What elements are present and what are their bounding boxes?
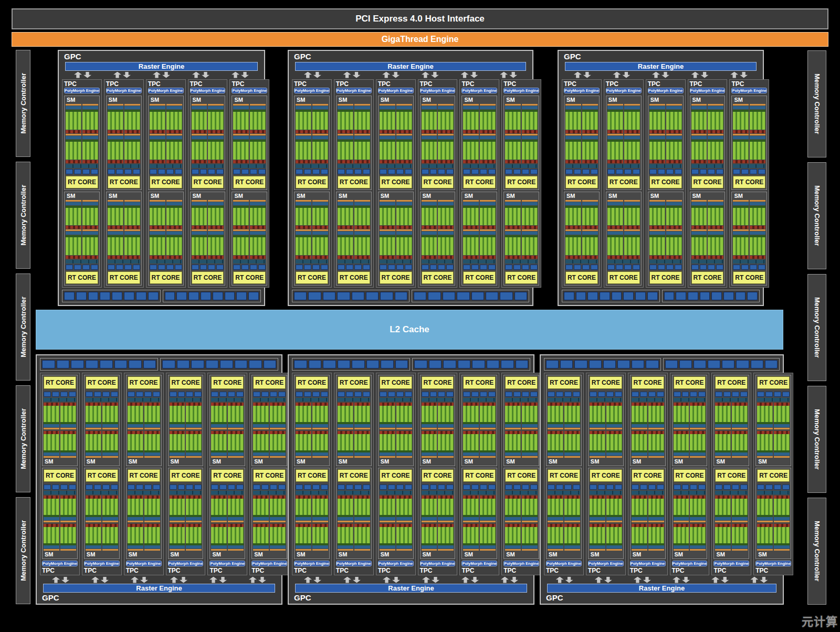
load-store-bar [708, 130, 723, 133]
gpc-top-center: GPCRaster EngineTPCPolyMorph EngineSMRT … [288, 50, 533, 306]
cuda-cores [708, 142, 723, 160]
crossbar-segment [612, 292, 622, 300]
cuda-cores [380, 406, 395, 422]
polymorph-engine-badge: PolyMorph Engine [64, 88, 100, 93]
register-bar [505, 231, 521, 235]
texture-unit-segment [607, 265, 615, 270]
load-store-bar [396, 160, 412, 163]
load-store-bar [312, 130, 328, 133]
cuda-cores [312, 208, 328, 226]
arrow-down-icon [510, 577, 518, 583]
sm-label: SM [632, 458, 664, 465]
sm-label: SM [715, 458, 748, 465]
core-group [354, 523, 370, 551]
cuda-cores [102, 527, 118, 543]
sm-block: SMRT CORE [606, 192, 642, 286]
core-group [463, 430, 479, 458]
arrow-up-icon [422, 72, 429, 78]
cuda-cores [66, 142, 81, 160]
cuda-cores [166, 142, 182, 160]
crossbar-segment [143, 360, 156, 368]
watermark-text: 元计算 [802, 612, 838, 629]
cuda-cores [649, 112, 665, 130]
texture-unit-segment [675, 169, 682, 174]
texture-unit-segment [782, 484, 790, 490]
texture-unit-segment [86, 484, 93, 490]
sm-block: SMRT CORE [503, 468, 539, 559]
l1-cache-bar [108, 260, 140, 264]
core-group [757, 495, 773, 523]
sm-label: SM [548, 551, 580, 558]
cuda-cores [548, 406, 563, 422]
cuda-cores [582, 112, 598, 130]
texture-units-bar [757, 484, 790, 490]
texture-unit-segment [44, 484, 51, 490]
crossbar-segment [42, 360, 55, 368]
l1-cache-bar [733, 164, 765, 168]
polymorph-engine-badge: PolyMorph Engine [461, 88, 497, 93]
crossbar-segment [112, 292, 122, 300]
register-bar [691, 202, 707, 205]
sm-block: SMRT CORE [755, 375, 791, 466]
crossbar-segment [457, 292, 469, 300]
texture-unit-segment [208, 265, 215, 270]
core-group [463, 229, 479, 259]
cuda-cores [422, 237, 437, 255]
scheduler-bar [438, 428, 454, 429]
scheduler-bar [674, 549, 689, 551]
arrow-up-icon [52, 577, 60, 583]
rt-core-label: RT CORE [548, 376, 580, 389]
sm-block: SMRT CORE [503, 192, 539, 286]
cuda-cores [750, 112, 765, 130]
core-group [422, 495, 437, 523]
sm-label: SM [674, 458, 706, 465]
crossbar-segment [679, 360, 692, 368]
rt-core-label: RT CORE [422, 271, 454, 284]
tpc-block: TPCPolyMorph EngineSMRT CORESMRT CORE [249, 373, 289, 575]
register-bar [270, 424, 286, 427]
arrow-down-icon [622, 72, 630, 78]
core-row [296, 523, 328, 551]
polymorph-engine-badge: PolyMorph Engine [546, 561, 582, 566]
texture-unit-segment [548, 484, 555, 490]
scheduler-bar [422, 428, 437, 429]
register-bar [296, 202, 311, 205]
scheduler-bar [522, 104, 538, 106]
register-bar [422, 517, 437, 520]
sm-block: SMRT CORE [630, 375, 666, 466]
cuda-cores [86, 499, 101, 515]
core-row [463, 430, 496, 458]
arrow-down-icon [180, 577, 187, 583]
arrow-up-icon [730, 72, 738, 78]
core-group [354, 495, 370, 523]
register-bar [750, 202, 765, 205]
load-store-bar [150, 160, 165, 163]
core-group [338, 104, 353, 133]
tpc-block: TPCPolyMorph EngineSMRT CORESMRT CORE [753, 373, 793, 575]
register-bar [150, 136, 165, 139]
texture-unit-segment [321, 169, 328, 174]
tpc-block: TPCPolyMorph EngineSMRT CORESMRT CORE [459, 373, 499, 575]
cuda-cores [296, 112, 311, 130]
cuda-cores [438, 499, 454, 515]
rt-core-label: RT CORE [505, 271, 538, 284]
l1-cache-bar [253, 398, 286, 402]
tpc-label: TPC [190, 80, 226, 88]
core-row [211, 430, 244, 458]
core-row [296, 200, 328, 229]
core-group [108, 134, 123, 163]
load-store-bar [233, 160, 249, 163]
cuda-cores [396, 142, 412, 160]
texture-unit-segment [446, 169, 454, 174]
sm-block: SMRT CORE [378, 192, 414, 286]
l1-cache-bar [422, 260, 454, 264]
core-group [757, 523, 773, 551]
texture-unit-segment [128, 484, 135, 490]
load-store-bar [150, 226, 165, 229]
cuda-cores [606, 527, 622, 543]
l2-cache-bar: L2 Cache [36, 310, 783, 350]
scheduler-bar [124, 104, 140, 106]
tpc-label: TPC [294, 567, 330, 574]
load-store-bar [312, 160, 328, 163]
register-bar [690, 452, 706, 456]
